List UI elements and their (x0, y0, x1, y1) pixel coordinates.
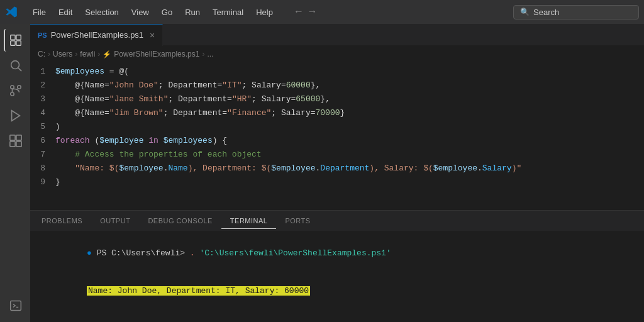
code-line-4: 4 @{Name="Jim Brown"; Department="Financ… (30, 106, 644, 120)
svg-rect-3 (16, 41, 21, 45)
line-num-2: 2 (30, 79, 55, 92)
breadcrumb-fewli: fewli (80, 50, 95, 58)
run-debug-icon[interactable] (4, 104, 26, 127)
menu-run[interactable]: Run (180, 5, 205, 19)
breadcrumb-sep-2: › (75, 50, 77, 58)
breadcrumb-ellipsis: ... (207, 50, 213, 58)
tab-filename: PowerShellExamples.ps1 (51, 30, 143, 40)
line-content-6: foreach ($employee in $employees) { (55, 134, 644, 148)
source-control-icon[interactable] (4, 79, 26, 102)
line-num-7: 7 (30, 148, 55, 162)
svg-rect-12 (10, 142, 15, 147)
tab-output[interactable]: OUTPUT (91, 213, 139, 228)
code-line-9: 9 } (30, 175, 644, 189)
terminal-bottom-icon[interactable] (4, 294, 26, 317)
menu-help[interactable]: Help (251, 5, 278, 19)
menu-view[interactable]: View (126, 5, 154, 19)
tab-close-button[interactable]: × (150, 30, 155, 40)
search-icon: 🔍 (520, 8, 530, 16)
breadcrumb-ps-icon: ⚡ (103, 50, 111, 58)
tab-problems[interactable]: PROBLEMS (33, 213, 91, 228)
vscode-logo-icon (5, 6, 18, 18)
code-line-6: 6 foreach ($employee in $employees) { (30, 134, 644, 148)
svg-point-6 (11, 92, 14, 96)
svg-rect-0 (11, 35, 15, 40)
line-num-8: 8 (30, 162, 55, 175)
line-num-9: 9 (30, 175, 55, 189)
menu-terminal[interactable]: Terminal (208, 5, 248, 19)
breadcrumb-sep-4: › (202, 50, 204, 58)
extensions-icon[interactable] (4, 130, 26, 152)
code-line-2: 2 @{Name="John Doe"; Department="IT"; Sa… (30, 79, 644, 92)
breadcrumb: C: › Users › fewli › ⚡ PowerShellExample… (30, 46, 644, 62)
tab-debug-console[interactable]: DEBUG CONSOLE (139, 213, 221, 228)
line-content-7: # Access the properties of each object (55, 148, 644, 162)
tab-terminal[interactable]: TERMINAL (221, 213, 277, 229)
line-num-1: 1 (30, 65, 55, 79)
line-content-1: $employees = @( (55, 65, 644, 79)
svg-rect-2 (11, 41, 15, 45)
menu-selection[interactable]: Selection (80, 5, 123, 19)
breadcrumb-sep-3: › (97, 50, 100, 58)
svg-rect-1 (16, 35, 21, 40)
menu-file[interactable]: File (28, 5, 51, 19)
search-placeholder: Search (533, 8, 559, 17)
explorer-icon[interactable] (4, 29, 26, 52)
line-content-5: ) (55, 120, 644, 134)
terminal-output-1: Name: John Doe, Department: IT, Salary: … (38, 272, 636, 310)
line-num-6: 6 (30, 134, 55, 148)
main-layout: PS PowerShellExamples.ps1 × C: › Users ›… (0, 24, 644, 322)
powershell-tab-icon: PS (38, 31, 47, 39)
svg-line-5 (18, 68, 21, 71)
breadcrumb-filename: PowerShellExamples.ps1 (114, 50, 199, 58)
code-editor[interactable]: 1 $employees = @( 2 @{Name="John Doe"; D… (30, 62, 644, 210)
code-line-1: 1 $employees = @( (30, 65, 644, 79)
line-content-9: } (55, 175, 644, 189)
terminal-dot-cmd: . (190, 248, 200, 258)
menu-bar: File Edit Selection View Go Run Terminal… (28, 5, 278, 19)
titlebar: File Edit Selection View Go Run Terminal… (0, 0, 644, 24)
code-line-7: 7 # Access the properties of each object (30, 148, 644, 162)
editor-tab[interactable]: PS PowerShellExamples.ps1 × (30, 24, 163, 46)
forward-button[interactable]: → (306, 5, 318, 19)
svg-marker-9 (12, 111, 20, 121)
activity-bar (0, 24, 30, 322)
svg-point-8 (18, 86, 21, 89)
activity-bar-bottom (4, 294, 26, 322)
svg-point-4 (11, 61, 19, 69)
svg-rect-11 (16, 135, 21, 140)
terminal-content[interactable]: ● PS C:\Users\fewli> . 'C:\Users\fewli\P… (30, 231, 644, 322)
terminal-prompt-1: PS C:\Users\fewli> (97, 248, 190, 258)
menu-edit[interactable]: Edit (53, 5, 77, 19)
breadcrumb-users: Users (53, 50, 72, 58)
line-content-2: @{Name="John Doe"; Department="IT"; Sala… (55, 79, 644, 92)
svg-rect-10 (10, 135, 15, 140)
terminal-line-cmd: ● PS C:\Users\fewli> . 'C:\Users\fewli\P… (38, 235, 636, 272)
line-num-3: 3 (30, 92, 55, 106)
terminal-area: PROBLEMS OUTPUT DEBUG CONSOLE TERMINAL P… (30, 210, 644, 322)
editor-area: PS PowerShellExamples.ps1 × C: › Users ›… (30, 24, 644, 322)
code-line-8: 8 "Name: $($employee.Name), Department: … (30, 162, 644, 175)
terminal-dot-active: ● (87, 248, 97, 258)
line-num-4: 4 (30, 106, 55, 120)
tab-ports[interactable]: PORTS (276, 213, 319, 228)
line-content-4: @{Name="Jim Brown"; Department="Finance"… (55, 106, 644, 120)
terminal-tabs: PROBLEMS OUTPUT DEBUG CONSOLE TERMINAL P… (30, 211, 644, 231)
line-content-3: @{Name="Jane Smith"; Department="HR"; Sa… (55, 92, 644, 106)
terminal-output-2: Name: Jane Smith, Department: HR, Salary… (38, 310, 636, 322)
breadcrumb-sep-1: › (48, 50, 50, 58)
terminal-output-text-1: Name: John Doe, Department: IT, Salary: … (87, 286, 310, 296)
terminal-path: 'C:\Users\fewli\PowerShellExamples.ps1' (199, 248, 391, 258)
code-line-3: 3 @{Name="Jane Smith"; Department="HR"; … (30, 92, 644, 106)
line-content-8: "Name: $($employee.Name), Department: $(… (55, 162, 644, 175)
svg-rect-13 (16, 142, 21, 147)
breadcrumb-c: C: (38, 50, 45, 58)
navigation-buttons: ← → (293, 5, 318, 19)
code-line-5: 5 ) (30, 120, 644, 134)
tab-bar: PS PowerShellExamples.ps1 × (30, 24, 644, 46)
menu-go[interactable]: Go (157, 5, 177, 19)
line-num-5: 5 (30, 120, 55, 134)
search-sidebar-icon[interactable] (4, 54, 26, 77)
search-box[interactable]: 🔍 Search (513, 5, 639, 19)
back-button[interactable]: ← (293, 5, 304, 19)
